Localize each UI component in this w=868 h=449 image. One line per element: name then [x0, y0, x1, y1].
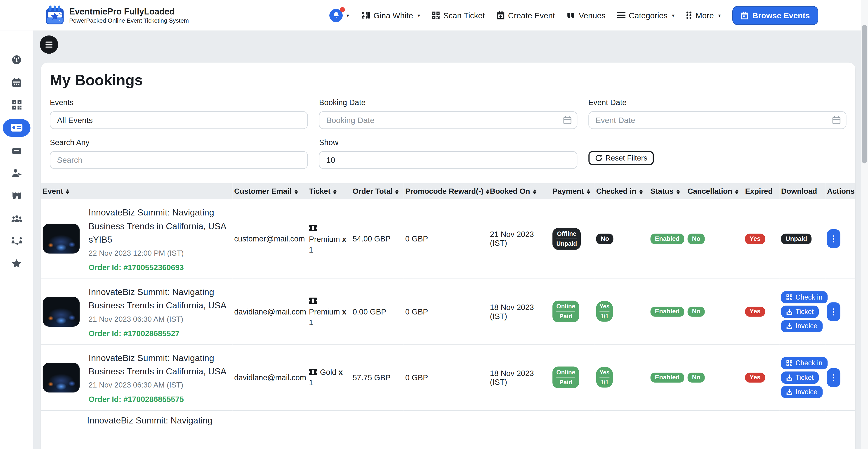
- search-filter: Search Any: [50, 138, 308, 169]
- event-thumbnail[interactable]: [43, 362, 80, 392]
- bookings-card: My Bookings Events All Events Booking Da…: [41, 63, 855, 449]
- ticket-icon: [309, 296, 349, 305]
- cancellation-badge: No: [688, 372, 705, 383]
- event-date-input[interactable]: [588, 111, 846, 129]
- list-icon: [617, 11, 625, 19]
- sidebar-item-wallet[interactable]: [0, 139, 33, 162]
- brand[interactable]: EventmiePro FullyLoaded PowerPacked Onli…: [44, 5, 189, 26]
- event-thumbnail[interactable]: [43, 224, 80, 254]
- sort-icon: [735, 189, 739, 194]
- star-icon: [11, 259, 22, 269]
- event-title-link[interactable]: InnovateBiz Summit: Navigating: [87, 411, 855, 427]
- event-datetime: 21 Nov 2023 06:30 AM (IST): [89, 315, 228, 323]
- sidebar-item-groups[interactable]: [0, 207, 33, 230]
- row-actions-button[interactable]: ⋮: [827, 368, 840, 387]
- expired-badge: Yes: [745, 306, 765, 317]
- reset-filters-button[interactable]: Reset Filters: [588, 151, 654, 165]
- browse-events-button[interactable]: Browse Events: [733, 6, 818, 25]
- events-filter-label: Events: [50, 98, 308, 107]
- show-input[interactable]: [319, 151, 577, 169]
- order-id: Order Id: #1700552360693: [89, 263, 228, 272]
- sidebar-item-events[interactable]: [0, 71, 33, 93]
- qr-icon: [786, 294, 793, 300]
- col-cancellation[interactable]: Cancellation: [686, 183, 743, 200]
- col-customer-email[interactable]: Customer Email: [232, 183, 307, 200]
- download-invoice-button[interactable]: Invoice: [781, 386, 823, 398]
- chevron-down-icon: ▾: [718, 12, 721, 18]
- scrollbar-thumb[interactable]: [862, 25, 867, 163]
- sidebar-toggle-button[interactable]: [40, 35, 58, 54]
- chevron-down-icon: ▾: [417, 12, 420, 18]
- chevron-down-icon: ▾: [672, 12, 675, 18]
- show-filter: Show: [319, 138, 577, 169]
- event-title-link[interactable]: InnovateBiz Summit: Navigating Business …: [89, 285, 228, 312]
- col-promocode[interactable]: Promocode Reward(-): [403, 183, 488, 200]
- status-badge: Enabled: [651, 306, 684, 317]
- brand-logo-icon: [44, 5, 65, 26]
- download-ticket-button[interactable]: Ticket: [781, 305, 819, 318]
- col-event[interactable]: Event: [41, 183, 232, 200]
- download-ticket-button[interactable]: Ticket: [781, 371, 819, 383]
- col-booked-on[interactable]: Booked On: [488, 183, 551, 200]
- nav-venues[interactable]: Venues: [566, 11, 605, 20]
- venue-masks-icon: [11, 191, 22, 201]
- user-menu[interactable]: Gina White ▾: [361, 11, 420, 20]
- row-actions-button[interactable]: ⋮: [827, 229, 840, 248]
- event-title-link[interactable]: InnovateBiz Summit: Navigating Business …: [89, 206, 228, 247]
- bell-icon: [329, 8, 343, 22]
- order-total: 54.00 GBP: [352, 235, 391, 243]
- event-thumbnail[interactable]: [43, 296, 80, 326]
- col-ticket[interactable]: Ticket: [307, 183, 351, 200]
- organizer-icon: [361, 11, 370, 20]
- calendar-icon: [832, 116, 841, 125]
- brand-title: EventmiePro FullyLoaded: [69, 6, 189, 17]
- row-actions-button[interactable]: ⋮: [827, 302, 840, 321]
- sidebar-item-venues[interactable]: [0, 184, 33, 207]
- booking-date-input[interactable]: [319, 111, 577, 129]
- events-select[interactable]: All Events: [50, 111, 308, 129]
- check-in-button[interactable]: Check in: [781, 357, 828, 369]
- event-title-link[interactable]: InnovateBiz Summit: Navigating Business …: [89, 351, 228, 379]
- page-scrollbar: [861, 0, 868, 449]
- nav-categories[interactable]: Categories ▾: [617, 11, 675, 20]
- qr-scan-icon: [432, 11, 440, 20]
- table-row-partial: InnovateBiz Summit: Navigating: [41, 410, 855, 427]
- table-row: InnovateBiz Summit: Navigating Business …: [41, 278, 855, 344]
- table-header-row: Event Customer Email Ticket Order Total …: [41, 183, 855, 200]
- sort-icon: [676, 189, 680, 194]
- search-input[interactable]: [50, 151, 308, 169]
- check-in-button[interactable]: Check in: [781, 291, 828, 303]
- col-status[interactable]: Status: [649, 183, 686, 200]
- col-download: Download: [779, 183, 825, 200]
- qr-scan-icon: [11, 100, 22, 110]
- sidebar-item-dashboard[interactable]: [0, 48, 33, 71]
- booked-on: 18 Nov 2023 (IST): [490, 368, 534, 386]
- col-checked-in[interactable]: Checked in: [594, 183, 649, 200]
- nav-more[interactable]: More ▾: [686, 11, 721, 20]
- sidebar-item-reviews[interactable]: [0, 252, 33, 275]
- show-label: Show: [319, 138, 577, 147]
- nav-scan-ticket[interactable]: Scan Ticket: [432, 11, 485, 20]
- col-payment[interactable]: Payment: [551, 183, 594, 200]
- booking-date-label: Booking Date: [319, 98, 577, 107]
- sidebar-item-affiliates[interactable]: [0, 230, 33, 252]
- nav-create-event[interactable]: Create Event: [496, 11, 555, 20]
- cancellation-badge: No: [688, 234, 705, 244]
- sidebar-item-bookings-active[interactable]: [0, 116, 33, 139]
- col-order-total[interactable]: Order Total: [351, 183, 404, 200]
- sort-icon: [639, 189, 643, 194]
- table-row: InnovateBiz Summit: Navigating Business …: [41, 200, 855, 278]
- order-total: 0.00 GBP: [352, 307, 386, 316]
- sort-icon: [294, 189, 298, 194]
- notifications-button[interactable]: ▾: [329, 8, 349, 22]
- dashboard-icon: [11, 54, 22, 65]
- sidebar-item-scan[interactable]: [0, 94, 33, 116]
- calendar-icon: [741, 11, 748, 19]
- ticket-icon: [309, 223, 349, 232]
- sidebar-item-customers[interactable]: [0, 162, 33, 184]
- promocode-reward: 0 GBP: [405, 235, 428, 243]
- user-name: Gina White: [373, 11, 413, 20]
- download-invoice-button[interactable]: Invoice: [781, 320, 823, 332]
- app-window: EventmiePro FullyLoaded PowerPacked Onli…: [0, 0, 868, 449]
- download-icon: [786, 388, 793, 395]
